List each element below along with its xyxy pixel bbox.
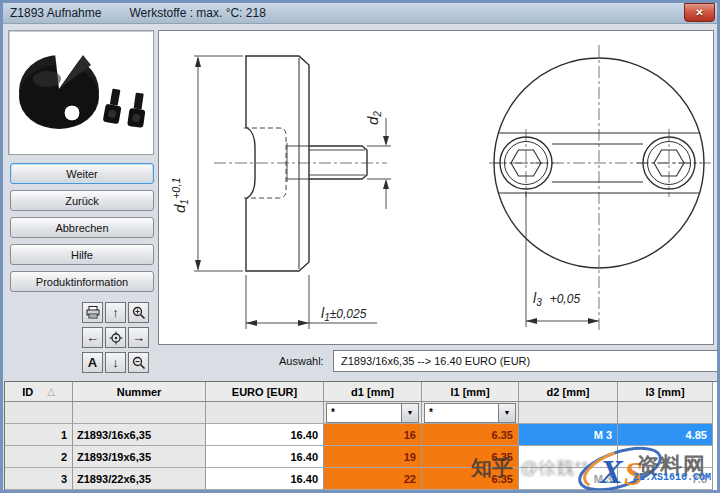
- filter-d1: * ▼: [324, 402, 422, 424]
- zoom-in-button[interactable]: [128, 302, 149, 323]
- auswahl-label: Auswahl:: [279, 355, 324, 367]
- pan-right-button[interactable]: →: [128, 327, 149, 348]
- window-title: Z1893 Aufnahme: [10, 6, 101, 20]
- filter-l3: [618, 402, 713, 424]
- center-view-icon: [109, 331, 123, 345]
- d1-filter-combobox[interactable]: * ▼: [326, 403, 419, 423]
- table-row[interactable]: 1 Z1893/16x6,35 16.40 16 6.35 M 3 4.85: [5, 424, 717, 446]
- weiter-label: Weiter: [66, 168, 98, 180]
- cell-l1[interactable]: 6.35: [422, 468, 519, 490]
- title-bar[interactable]: Z1893 Aufnahme Werkstoffe : max. °C: 218: [3, 3, 717, 24]
- d1-filter-dropdown-button[interactable]: ▼: [401, 404, 418, 422]
- abbrechen-button[interactable]: Abbrechen: [10, 217, 154, 238]
- text-size-button[interactable]: A: [82, 352, 103, 373]
- col-header-id[interactable]: ID△: [5, 382, 73, 402]
- cell-euro[interactable]: 16.40: [206, 446, 324, 468]
- col-header-l1[interactable]: l1 [mm]: [422, 382, 519, 402]
- cell-d2[interactable]: M 3: [519, 424, 618, 446]
- dim-l1-label: l1±0,025: [321, 305, 367, 323]
- print-button[interactable]: [82, 302, 103, 323]
- cell-nummer[interactable]: Z1893/19x6,35: [73, 446, 206, 468]
- l1-filter-dropdown-button[interactable]: ▼: [498, 404, 515, 422]
- product-photo: [9, 31, 153, 152]
- col-header-nummer[interactable]: Nummer: [73, 382, 206, 402]
- cell-nummer[interactable]: Z1893/22x6,35: [73, 468, 206, 490]
- table-row[interactable]: 2 Z1893/19x6,35 16.40 19 6.35: [5, 446, 717, 468]
- cell-id[interactable]: 1: [5, 424, 73, 446]
- fit-view-button[interactable]: [105, 327, 126, 348]
- chevron-down-icon: ▼: [407, 409, 414, 416]
- arrow-left-icon: ←: [86, 330, 99, 345]
- produktinformation-button[interactable]: Produktinformation: [10, 271, 154, 292]
- cell-nummer[interactable]: Z1893/16x6,35: [73, 424, 206, 446]
- cell-euro[interactable]: 16.40: [206, 468, 324, 490]
- arrow-right-icon: →: [132, 330, 145, 345]
- cell-d1[interactable]: 19: [324, 446, 422, 468]
- zoom-in-icon: [132, 306, 146, 320]
- cell-l1[interactable]: 6.35: [422, 446, 519, 468]
- cell-l3[interactable]: 7.8: [618, 468, 713, 490]
- table-row[interactable]: 3 Z1893/22x6,35 16.40 22 6.35 M 3 7.8: [5, 468, 717, 490]
- printer-icon: [86, 306, 100, 319]
- zurueck-label: Zurück: [65, 195, 99, 207]
- zurueck-button[interactable]: Zurück: [10, 190, 154, 211]
- produktinformation-label: Produktinformation: [36, 276, 128, 288]
- hilfe-label: Hilfe: [71, 249, 93, 261]
- dialog-window: Z1893 Aufnahme Werkstoffe : max. °C: 218…: [0, 0, 720, 493]
- cell-euro[interactable]: 16.40: [206, 424, 324, 446]
- col-header-d2[interactable]: d2 [mm]: [519, 382, 618, 402]
- l1-filter-combobox[interactable]: * ▼: [424, 403, 516, 423]
- cell-id[interactable]: 3: [5, 468, 73, 490]
- chevron-down-icon: ▼: [504, 409, 511, 416]
- sort-ascending-icon[interactable]: △: [47, 386, 55, 397]
- filter-l1: * ▼: [422, 402, 519, 424]
- arrow-up-icon: ↑: [112, 305, 119, 320]
- filter-nummer: [73, 402, 206, 424]
- pan-up-button[interactable]: ↑: [105, 302, 126, 323]
- col-header-l3[interactable]: l3 [mm]: [618, 382, 713, 402]
- abbrechen-label: Abbrechen: [55, 222, 108, 234]
- pan-left-button[interactable]: ←: [82, 327, 103, 348]
- parts-table: ID△ Nummer EURO [EUR] d1 [mm] l1 [mm] d2…: [4, 381, 718, 491]
- col-header-euro[interactable]: EURO [EUR]: [206, 382, 324, 402]
- cell-l1[interactable]: 6.35: [422, 424, 519, 446]
- hilfe-button[interactable]: Hilfe: [10, 244, 154, 265]
- filter-id: [5, 402, 73, 424]
- cell-d1[interactable]: 22: [324, 468, 422, 490]
- table-filter-row: * ▼ * ▼: [5, 402, 717, 424]
- arrow-down-icon: ↓: [112, 355, 119, 370]
- filter-d2: [519, 402, 618, 424]
- technical-drawing: d1+0,1 d2 l1±0,025 l3+0,05: [159, 31, 713, 344]
- zoom-out-icon: [132, 356, 146, 370]
- close-button[interactable]: ✕: [684, 3, 715, 22]
- auswahl-value: Z1893/16x6,35 --> 16.40 EURO (EUR): [341, 355, 530, 367]
- weiter-button[interactable]: Weiter: [10, 163, 154, 184]
- cell-l3[interactable]: [618, 446, 713, 468]
- col-header-d1[interactable]: d1 [mm]: [324, 382, 422, 402]
- close-icon: ✕: [695, 7, 703, 18]
- cell-id[interactable]: 2: [5, 446, 73, 468]
- letter-a-icon: A: [88, 355, 97, 370]
- cell-d2[interactable]: M 3: [519, 468, 618, 490]
- product-thumbnail: [8, 30, 154, 155]
- zoom-out-button[interactable]: [128, 352, 149, 373]
- window-subtitle: Werkstoffe : max. °C: 218: [129, 6, 265, 20]
- cell-d2[interactable]: [519, 446, 618, 468]
- cell-l3[interactable]: 4.85: [618, 424, 713, 446]
- technical-drawing-panel[interactable]: d1+0,1 d2 l1±0,025 l3+0,05: [158, 30, 714, 345]
- filter-euro: [206, 402, 324, 424]
- auswahl-value-box[interactable]: Z1893/16x6,35 --> 16.40 EURO (EUR): [333, 350, 720, 372]
- dim-d2-label: d2: [364, 111, 383, 125]
- table-header-row: ID△ Nummer EURO [EUR] d1 [mm] l1 [mm] d2…: [5, 382, 717, 402]
- dim-l3-label: l3+0,05: [533, 290, 580, 308]
- pan-down-button[interactable]: ↓: [105, 352, 126, 373]
- dim-d1-label: d1+0,1: [170, 177, 190, 213]
- cell-d1[interactable]: 16: [324, 424, 422, 446]
